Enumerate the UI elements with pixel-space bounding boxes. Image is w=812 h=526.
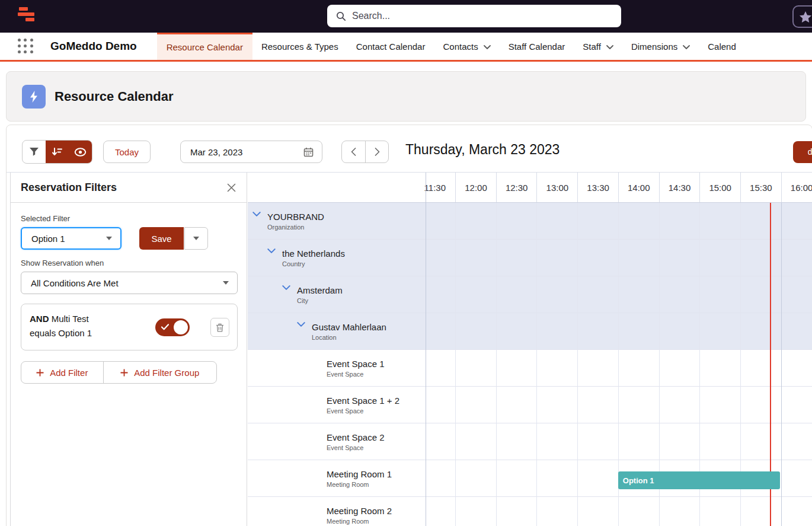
resource-name: Amsterdam [297,285,343,295]
show-when-label: Show Reservation when [21,259,236,267]
time-header-cell: 14:30 [659,173,700,202]
date-picker[interactable]: Mar 23, 2023 [180,141,322,163]
resource-calendar-grid: 11:3012:0012:3013:0013:3014:0014:3015:00… [248,173,812,526]
eye-icon [74,148,87,157]
next-day-button[interactable] [365,141,388,162]
tab-calend[interactable]: Calend [699,33,745,60]
delete-rule-button[interactable] [210,318,229,337]
reservation-filters-panel: Reservation Filters Selected Filter Opti… [10,173,247,526]
lightning-icon [28,90,40,103]
grid-line [781,203,782,526]
time-header-cell: 14:00 [618,173,659,202]
add-filter-button[interactable]: Add Filter [21,362,104,383]
star-icon [799,11,812,23]
date-value: Mar 23, 2023 [190,147,242,157]
collapse-icon[interactable] [267,248,276,253]
add-filter-label: Add Filter [50,368,88,378]
app-icon [22,85,46,109]
tab-contacts[interactable]: Contacts [434,33,499,60]
app-launcher-button[interactable] [18,39,34,55]
resource-column-divider [426,173,426,526]
group-row[interactable]: AmsterdamCity [248,276,812,313]
time-label: 15:00 [709,183,731,193]
dropdown-arrow-icon [223,281,229,285]
chevron-down-icon [683,45,690,49]
visibility-button[interactable] [69,141,92,163]
page-title: Resource Calendar [55,89,174,104]
tab-staff-calendar[interactable]: Staff Calendar [500,33,574,60]
rule-toggle[interactable] [155,318,190,336]
add-filter-group-button[interactable]: Add Filter Group [104,362,216,383]
tab-label: Staff Calendar [509,42,565,52]
app-name: GoMeddo Demo [50,40,137,53]
time-header-cell: 15:00 [699,173,740,202]
tab-resource-calendar[interactable]: Resource Calendar [157,33,252,60]
close-button[interactable] [227,183,236,192]
resource-row[interactable]: Event Space 2Event Space [248,423,812,460]
group-row[interactable]: YOURBRANDOrganization [248,203,812,240]
event-label: Option 1 [623,476,654,485]
calendar-body[interactable]: YOURBRANDOrganizationthe NetherlandsCoun… [248,203,812,526]
time-label: 13:30 [587,183,609,193]
resource-type-label: Meeting Room [327,481,392,488]
resource-name-cell: Event Space 1 + 2Event Space [327,396,399,415]
collapse-icon[interactable] [297,322,305,327]
resource-name: the Netherlands [282,248,345,259]
check-icon [161,324,169,330]
tab-contact-calendar[interactable]: Contact Calendar [347,33,434,60]
resource-row[interactable]: Event Space 1Event Space [248,350,812,387]
page-header: Resource Calendar [6,71,806,122]
tab-dimensions[interactable]: Dimensions [622,33,699,60]
time-header-cell: 13:30 [577,173,618,202]
time-header-cell: 12:30 [496,173,537,202]
add-filter-group-bar: Add Filter Add Filter Group [21,361,217,384]
resource-name: Gustav Mahlerlaan [312,322,386,332]
search-input[interactable] [352,11,589,21]
conditions-dropdown[interactable]: All Conditions Are Met [21,272,238,294]
tab-staff[interactable]: Staff [574,33,622,60]
event-bar[interactable]: Option 1 [618,471,780,489]
resource-name: Meeting Room 1 [327,469,392,479]
sort-button[interactable] [46,141,69,163]
resource-name-cell: Event Space 2Event Space [327,432,385,451]
chevron-right-icon [375,148,380,156]
plus-icon [36,369,44,377]
trash-icon [216,323,224,332]
rule-text-line2: equals Option 1 [30,326,229,340]
grid-line [536,203,537,526]
selected-filter-label: Selected Filter [21,214,236,223]
time-header-cell: 16:00 [781,173,812,202]
tab-resources-types[interactable]: Resources & Types [252,33,347,60]
save-menu-button[interactable] [184,227,208,250]
global-search[interactable] [327,5,621,27]
time-label: 14:00 [628,183,650,193]
resource-name-cell: Event Space 1Event Space [327,359,385,378]
time-label: 11:30 [424,183,446,193]
favorites-button[interactable] [792,5,812,28]
collapse-icon[interactable] [252,212,261,216]
resource-name: YOURBRAND [267,212,324,222]
resource-name: Event Space 2 [327,432,385,442]
time-header-cell: 13:00 [536,173,577,202]
grid-line [496,203,497,526]
rule-operator: AND [30,314,49,324]
save-button[interactable]: Save [139,227,184,250]
resource-row[interactable]: Meeting Room 2Meeting Room [248,497,812,526]
day-view-button[interactable]: day [793,141,812,163]
prev-day-button[interactable] [342,141,365,162]
today-button[interactable]: Today [103,141,151,163]
group-row[interactable]: Gustav MahlerlaanLocation [248,313,812,350]
conditions-value: All Conditions Are Met [31,278,119,288]
filter-toggle-button[interactable] [23,141,46,163]
resource-row[interactable]: Event Space 1 + 2Event Space [248,387,812,423]
selected-filter-dropdown[interactable]: Option 1 [21,227,122,250]
date-nav [341,141,389,163]
resource-type-label: Country [282,260,345,267]
filter-rule-card: AND Multi Test equals Option 1 [21,304,238,350]
chevron-down-icon [484,45,491,49]
collapse-icon[interactable] [282,285,290,290]
resource-type-label: Organization [267,224,324,231]
top-bar [0,0,812,33]
tab-label: Calend [708,42,736,52]
group-row[interactable]: the NetherlandsCountry [248,240,812,276]
